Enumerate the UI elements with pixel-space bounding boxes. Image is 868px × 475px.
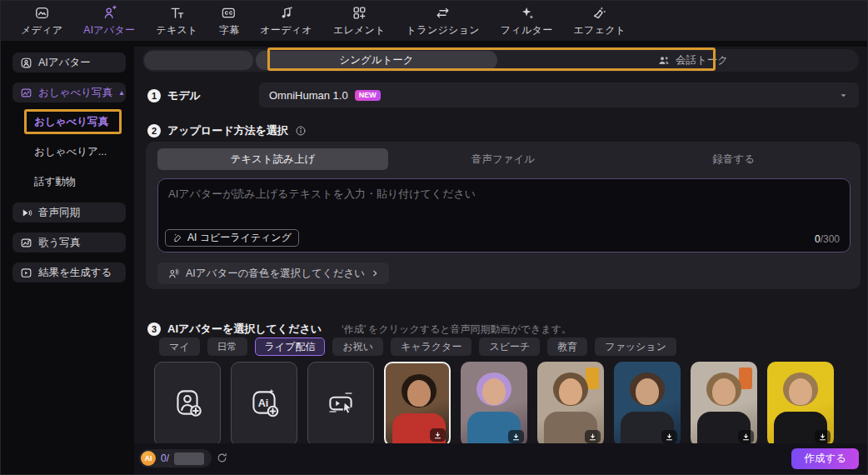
upload-avatar-card[interactable]: [154, 362, 221, 447]
category-chip[interactable]: スピーチ: [479, 338, 540, 356]
toolbar-tab-media[interactable]: メディア: [21, 5, 62, 38]
sidebar-subitem[interactable]: おしゃべり写真: [12, 112, 126, 131]
info-icon[interactable]: [295, 125, 307, 137]
toolbar-tab-effects[interactable]: エフェクト: [573, 5, 626, 38]
refresh-icon[interactable]: [216, 452, 228, 464]
download-icon[interactable]: [430, 428, 446, 442]
toolbar-tab-label: オーディオ: [260, 23, 312, 38]
model-dropdown[interactable]: OmniHuman 1.0 NEW: [259, 82, 859, 108]
category-chip[interactable]: 教育: [547, 338, 587, 356]
toolbar-tab-label: エレメント: [333, 23, 386, 38]
toolbar-tab-label: メディア: [21, 23, 62, 38]
ai-generate-icon: Ai: [247, 385, 282, 423]
model-value: OmniHuman 1.0: [269, 89, 348, 102]
mode-tab-single-talk[interactable]: シングルトーク: [256, 51, 497, 70]
photo-face: [482, 378, 506, 405]
mode-tab-blurred[interactable]: [144, 51, 253, 70]
category-chip[interactable]: ファッション: [595, 338, 676, 356]
screen-media-icon: [323, 385, 358, 423]
elements-icon: [352, 5, 367, 21]
ai-copywriting-button[interactable]: AI コピーライティング: [165, 229, 299, 247]
media-icon: [34, 5, 50, 21]
avatar-photo-6[interactable]: [767, 362, 834, 447]
sidebar-item[interactable]: 歌う写真: [12, 232, 126, 252]
upload-tab[interactable]: 音声ファイル: [388, 148, 619, 170]
toolbar-tab-filters[interactable]: フィルター: [501, 5, 553, 38]
sidebar-subitem-label: 話す動物: [34, 175, 76, 189]
footer-bar: AI 0/ 作成する: [134, 443, 867, 474]
toolbar-tab-elements[interactable]: エレメント: [333, 5, 386, 38]
photo-face: [559, 378, 582, 405]
download-icon[interactable]: [508, 430, 524, 443]
upload-tab[interactable]: テキスト読み上げ: [157, 148, 388, 170]
sidebar-item-label: AIアバター: [38, 56, 91, 70]
download-icon[interactable]: [661, 430, 677, 443]
ai-avatar-icon: [102, 5, 117, 21]
avatar-badge-icon: [20, 57, 32, 69]
sidebar-item-label: 歌う写真: [38, 236, 80, 250]
step-2-badge: 2: [147, 124, 161, 138]
toolbar-tab-audio[interactable]: オーディオ: [260, 5, 312, 38]
upload-tabs: テキスト読み上げ音声ファイル録音する: [157, 148, 849, 170]
toolbar-tab-text[interactable]: テキスト: [156, 5, 197, 38]
people-icon: [657, 54, 671, 68]
toolbar-tab-transitions[interactable]: トランジション: [407, 5, 480, 38]
avatar-photo-1[interactable]: [384, 362, 451, 447]
avatar-category-chips: マイ日常ライブ配信お祝いキャラクタースピーチ教育ファッション: [159, 338, 676, 356]
download-icon[interactable]: [585, 430, 601, 443]
download-icon[interactable]: [815, 430, 831, 443]
toolbar-tab-captions[interactable]: 字幕: [219, 5, 240, 38]
download-icon[interactable]: [738, 430, 754, 443]
upload-tab[interactable]: 録音する: [618, 148, 849, 170]
app-window: メディアAIアバターテキスト字幕オーディオエレメントトランジションフィルターエフ…: [0, 0, 868, 475]
chevron-down-icon: [838, 90, 849, 101]
photo-face: [407, 380, 431, 407]
toolbar-tab-label: AIアバター: [83, 23, 135, 38]
sidebar-item-label: 結果を生成する: [38, 266, 112, 280]
tts-textarea[interactable]: AIアバターが読み上げるテキストを入力・貼り付けてください AI コピーライティ…: [157, 178, 851, 252]
voice-select-label: AIアバターの音色を選択してください: [186, 267, 365, 281]
transitions-icon: [435, 5, 451, 21]
mode-tab-conversation-talk[interactable]: 会話トーク: [657, 49, 728, 72]
create-button[interactable]: 作成する: [791, 448, 859, 469]
upload-method-label: アップロード方法を選択: [167, 123, 288, 138]
sidebar-item-label: おしゃべり写真: [38, 86, 112, 100]
media-avatar-card[interactable]: [307, 362, 374, 447]
avatar-photo-2[interactable]: [461, 362, 527, 447]
avatar-photo-3[interactable]: [537, 362, 604, 447]
sidebar-item-label: 音声同期: [38, 206, 80, 220]
voice-select-button[interactable]: AIアバターの音色を選択してください: [157, 262, 389, 284]
category-chip[interactable]: 日常: [207, 338, 247, 356]
sidebar-subitem[interactable]: 話す動物: [12, 172, 126, 191]
new-badge: NEW: [355, 90, 381, 101]
pen-sparkle-icon: [172, 232, 183, 243]
sidebar-subitem[interactable]: おしゃべりア...: [12, 142, 126, 161]
filters-icon: [519, 5, 535, 21]
sidebar-item[interactable]: おしゃべり写真▲: [12, 82, 126, 102]
avatar-photo-4[interactable]: [614, 362, 681, 447]
category-chip[interactable]: キャラクター: [391, 338, 471, 356]
ai-generate-avatar-card[interactable]: Ai: [231, 362, 297, 447]
photo-face: [712, 378, 736, 405]
step-3-badge: 3: [147, 322, 161, 336]
sidebar-item[interactable]: 音声同期: [12, 202, 126, 222]
upload-panel: テキスト読み上げ音声ファイル録音する AIアバターが読み上げるテキストを入力・貼…: [146, 142, 861, 289]
toolbar-tab-ai-avatar[interactable]: AIアバター: [83, 5, 135, 38]
category-chip[interactable]: お祝い: [332, 338, 383, 356]
sidebar-item[interactable]: 結果を生成する: [12, 262, 126, 282]
category-chip[interactable]: マイ: [159, 338, 200, 356]
credits-total-redacted: [174, 452, 204, 465]
ai-copywriting-label: AI コピーライティング: [187, 231, 292, 245]
voice-sync-icon: [20, 207, 32, 219]
add-avatar-icon: [170, 385, 205, 423]
toolbar-tab-label: テキスト: [156, 23, 197, 38]
mode-tab-conversation-label: 会話トーク: [676, 53, 728, 68]
char-count-current: 0: [815, 233, 821, 245]
avatar-select-label: AIアバターを選択してください: [167, 322, 322, 337]
avatar-photo-5[interactable]: [691, 362, 757, 447]
sidebar-item[interactable]: AIアバター: [12, 52, 126, 72]
category-chip[interactable]: ライブ配信: [255, 338, 326, 356]
talking-photo-icon: [20, 87, 32, 99]
main-panel: シングルトーク 会話トーク 1 モデル OmniHuman 1.0 NEW 2 …: [134, 47, 867, 474]
sidebar-subitem-label: おしゃべり写真: [34, 115, 108, 129]
